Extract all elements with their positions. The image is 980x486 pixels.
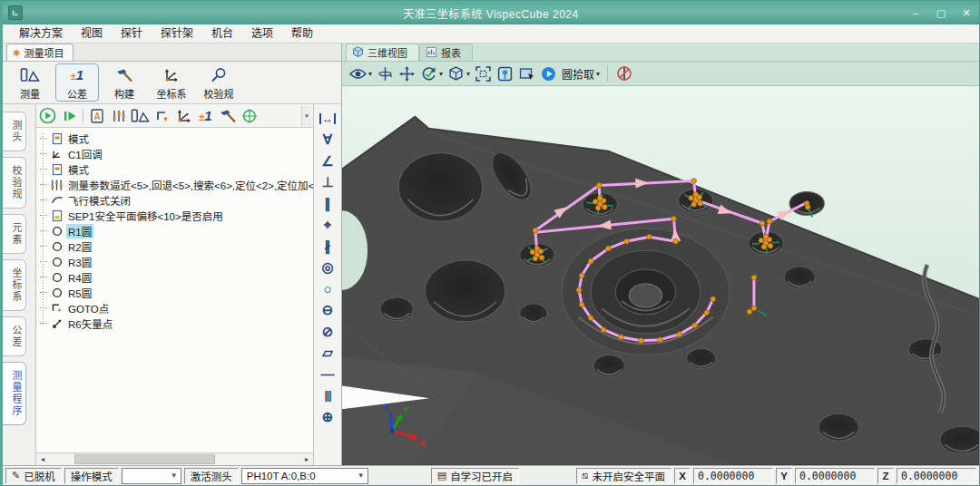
menu-item-6[interactable]: 帮助 bbox=[282, 24, 322, 43]
gdt-circularity-icon[interactable]: ○ bbox=[314, 278, 341, 300]
close-button[interactable]: ✕ bbox=[954, 4, 979, 22]
side-tab-4[interactable]: 公差 bbox=[3, 316, 26, 356]
tree-item-0[interactable]: 模式 bbox=[40, 131, 313, 146]
tree-tool-tolerance-sm-button[interactable]: ±1 bbox=[196, 106, 215, 125]
gdt-position-point-icon[interactable]: ⌖ bbox=[314, 215, 341, 237]
status-bar: ✎ 已脱机 操作模式 ▼ 激活测头 PH10T A:0,B:0 ▼ ▤ 自学习已… bbox=[3, 465, 979, 485]
tree-item-4[interactable]: 飞行模式关闭 bbox=[40, 192, 313, 208]
ribbon-button-gauge[interactable]: 校验规 bbox=[197, 63, 240, 102]
view-spin-button[interactable] bbox=[420, 65, 437, 83]
tree-tool-params-button[interactable] bbox=[109, 106, 128, 125]
orbit-rotate-button[interactable] bbox=[377, 65, 394, 83]
tree-item-10[interactable]: R5圆 bbox=[40, 285, 313, 300]
chevron-down-icon[interactable]: ▾ bbox=[368, 70, 372, 78]
view-tab-0[interactable]: 三维视图 bbox=[346, 44, 419, 61]
side-tab-0[interactable]: 测头 bbox=[3, 112, 26, 151]
path-point bbox=[593, 199, 598, 205]
tree-item-8[interactable]: R3圆 bbox=[40, 254, 313, 269]
pan-button[interactable] bbox=[398, 65, 416, 83]
tree-item-1[interactable]: C1回调 bbox=[40, 146, 313, 161]
scrollbar-track[interactable] bbox=[49, 453, 300, 465]
menu-item-5[interactable]: 选项 bbox=[242, 24, 282, 43]
menu-item-4[interactable]: 机台 bbox=[202, 24, 242, 43]
tree-tool-target-button[interactable] bbox=[240, 106, 259, 125]
tree-item-3[interactable]: 测量参数逼近<5>,回退<5>,搜索<6>,定位<2>,定位加<2>,测量· bbox=[40, 177, 313, 192]
tree-item-11[interactable]: GOTO点 bbox=[40, 300, 313, 316]
chevron-down-icon[interactable]: ▾ bbox=[439, 70, 443, 78]
gdt-true-position-icon[interactable]: ⊕ bbox=[314, 406, 341, 428]
tree-tool-construct-button[interactable] bbox=[218, 106, 237, 125]
scroll-right-arrow[interactable]: ▸ bbox=[300, 453, 313, 465]
path-point bbox=[691, 179, 697, 184]
side-tab-1[interactable]: 校验规 bbox=[3, 157, 26, 209]
circle-pick-button[interactable] bbox=[540, 65, 557, 83]
tree-item-label: GOTO点 bbox=[66, 301, 111, 316]
gdt-cylindricity-icon[interactable]: ⊖ bbox=[314, 300, 341, 322]
window-select-button[interactable] bbox=[518, 65, 535, 83]
menu-item-2[interactable]: 探针 bbox=[112, 24, 152, 43]
tree-item-6[interactable]: R1圆 bbox=[40, 223, 313, 238]
ribbon-button-measure[interactable]: 测量 bbox=[8, 63, 52, 102]
side-tab-3[interactable]: 坐标系 bbox=[3, 259, 26, 311]
restore-button[interactable]: ▢ bbox=[928, 4, 954, 22]
safety-plane-icon: ⧅ bbox=[583, 470, 589, 481]
locate-pin-button[interactable] bbox=[496, 65, 514, 83]
side-tab-5[interactable]: 测量程序 bbox=[3, 362, 26, 425]
gauge-icon bbox=[211, 65, 227, 85]
ribbon-button-construct[interactable]: 构建 bbox=[103, 63, 146, 102]
minimize-button[interactable]: – bbox=[903, 4, 928, 22]
gdt-angularity-icon[interactable]: ∦ bbox=[314, 236, 341, 258]
zoom-fit-button[interactable] bbox=[475, 65, 492, 83]
tree-horizontal-scrollbar[interactable]: ◂ ▸ bbox=[36, 452, 313, 465]
gdt-straightness-icon[interactable]: — bbox=[314, 364, 341, 385]
tree-tool-doc-a-button[interactable]: A bbox=[87, 106, 106, 125]
toolbar-overflow-button[interactable]: ▾ bbox=[301, 106, 311, 126]
menu-item-1[interactable]: 视图 bbox=[72, 24, 112, 43]
scrollbar-thumb[interactable] bbox=[74, 454, 215, 464]
chevron-down-icon[interactable]: ▾ bbox=[466, 70, 470, 78]
collision-disabled-button[interactable] bbox=[615, 65, 632, 83]
operation-mode-select[interactable]: ▼ bbox=[122, 468, 181, 484]
tree-item-9[interactable]: R4圆 bbox=[40, 269, 313, 285]
side-tab-2[interactable]: 元素 bbox=[3, 214, 26, 254]
gdt-parallelism-icon[interactable]: ∥ bbox=[314, 193, 341, 215]
path-point bbox=[533, 228, 538, 233]
gdt-runout-icon[interactable]: ⊘ bbox=[314, 321, 341, 343]
gdt-angle-icon[interactable]: ∠ bbox=[314, 151, 341, 172]
gdt-flatness-icon[interactable]: ▱ bbox=[314, 343, 341, 364]
tree-tool-measure-button[interactable] bbox=[131, 106, 150, 125]
gdt-concentricity-icon[interactable]: ◎ bbox=[314, 258, 341, 279]
tree-item-label: R6矢量点 bbox=[66, 316, 114, 331]
view-tab-1[interactable]: 报表 bbox=[419, 44, 473, 61]
tree-item-12[interactable]: R6矢量点 bbox=[40, 316, 313, 331]
tree-tool-run-button[interactable] bbox=[38, 106, 57, 125]
part-hole bbox=[520, 304, 547, 324]
tree-item-7[interactable]: R2圆 bbox=[40, 238, 313, 254]
viewport-3d[interactable]: XYZ bbox=[342, 86, 979, 465]
scroll-left-arrow[interactable]: ◂ bbox=[36, 453, 49, 465]
tree-item-2[interactable]: 模式 bbox=[40, 161, 313, 177]
report-icon bbox=[426, 46, 437, 60]
active-probe-select[interactable]: PH10T A:0,B:0 ▼ bbox=[241, 468, 368, 484]
tree-item-5[interactable]: SEP1安全平面偏移<10>是否启用 bbox=[40, 208, 313, 223]
chevron-down-icon[interactable]: ▾ bbox=[596, 70, 600, 78]
path-point bbox=[658, 337, 663, 343]
gdt-distance-icon[interactable]: ↔ bbox=[314, 108, 341, 130]
tree-tool-goto-sm-button[interactable] bbox=[152, 106, 172, 125]
part-hole bbox=[593, 355, 624, 377]
view-visibility-button[interactable] bbox=[349, 65, 367, 83]
gdt-perpendicularity-icon[interactable]: ⊥ bbox=[314, 172, 341, 194]
path-point bbox=[747, 309, 752, 315]
tab-measure-project[interactable]: ✱ 测量项目 bbox=[6, 44, 74, 61]
gdt-symmetry-icon[interactable]: ||| bbox=[314, 385, 341, 407]
ribbon-button-tolerance[interactable]: ±1公差 bbox=[55, 63, 99, 102]
ribbon-button-coordsys[interactable]: 坐标系 bbox=[150, 63, 193, 102]
tree-tool-coordsys-button[interactable] bbox=[174, 106, 193, 125]
gdt-angle-between-icon[interactable]: ∀ bbox=[314, 130, 341, 151]
menu-item-0[interactable]: 解决方案 bbox=[10, 24, 72, 43]
coord-axis-y-label: Y bbox=[776, 468, 792, 484]
tree-tool-step-button[interactable] bbox=[60, 106, 79, 125]
menu-item-3[interactable]: 探针架 bbox=[152, 24, 202, 43]
view-cube-button[interactable] bbox=[447, 65, 465, 83]
circle-pick-label[interactable]: 圆拾取 bbox=[562, 66, 594, 82]
